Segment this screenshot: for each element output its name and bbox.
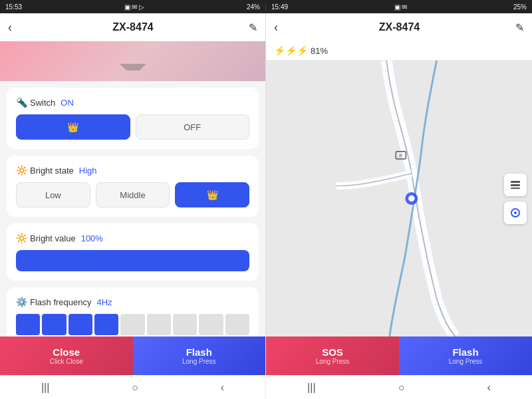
freq-bar-3[interactable] (68, 314, 92, 335)
flash-freq-icon: ⚙️ (16, 297, 27, 307)
left-signal: 24% (247, 3, 260, 11)
right-status-bar: 15:49 ▣ ✉ 25% (266, 3, 532, 11)
left-title: ZX-8474 (17, 21, 249, 33)
right-map-area: P (266, 61, 532, 336)
freq-bar-9[interactable] (225, 314, 249, 335)
switch-icon: 🔦 (16, 97, 27, 108)
svg-text:P: P (399, 153, 402, 159)
close-sub: Click Close (50, 358, 83, 365)
freq-bar-1[interactable] (16, 314, 40, 335)
right-back-button[interactable]: ‹ (274, 21, 278, 35)
map-layers-button[interactable] (504, 174, 527, 196)
flash-right-button[interactable]: Flash Long Press (399, 336, 532, 375)
sos-button[interactable]: SOS Long Press (266, 336, 399, 375)
control-panel: 🔦 Switch ON 👑 OFF 🔆 Bright state High (0, 81, 265, 336)
high-crown-icon: 👑 (207, 190, 218, 200)
left-back-nav-button[interactable]: ‹ (213, 379, 232, 396)
bright-state-card: 🔆 Bright state High Low Middle 👑 (7, 156, 259, 217)
svg-point-2 (408, 196, 414, 201)
switch-on-button[interactable]: 👑 (16, 114, 130, 140)
switch-card: 🔦 Switch ON 👑 OFF (7, 88, 259, 149)
freq-bar-6[interactable] (147, 314, 171, 335)
map-controls (504, 174, 527, 224)
left-nav: ||| ○ ‹ (0, 376, 266, 399)
right-icons: ▣ ✉ (394, 3, 408, 11)
flash-right-label: Flash (452, 346, 478, 358)
flash-freq-label: ⚙️ Flash frequency 4Hz (16, 297, 249, 307)
flash-left-label: Flash (186, 346, 212, 358)
lightning-icons: ⚡⚡⚡ (274, 45, 308, 56)
right-edit-icon[interactable]: ✎ (515, 21, 524, 34)
map-location-button[interactable] (504, 201, 527, 224)
freq-bar-5[interactable] (120, 314, 144, 335)
flash-left-button[interactable]: Flash Long Press (133, 336, 266, 375)
on-crown-icon: 👑 (67, 122, 78, 132)
bright-value-slider[interactable] (16, 250, 249, 271)
freq-bar-4[interactable] (94, 314, 118, 335)
right-title: ZX-8474 (283, 21, 515, 33)
left-menu-button[interactable]: ||| (33, 379, 57, 396)
battery-row: ⚡⚡⚡ 81% (266, 41, 532, 61)
bright-value-icon: 🔆 (16, 233, 27, 243)
left-home-button[interactable]: ○ (124, 379, 146, 396)
svg-point-9 (514, 211, 517, 214)
battery-percent: 81% (311, 46, 328, 56)
right-time: 15:49 (271, 3, 288, 11)
left-icons: ▣ ✉ ▷ (124, 3, 145, 11)
right-signal: 25% (513, 3, 527, 11)
svg-rect-5 (511, 181, 520, 183)
bright-state-icon: 🔆 (16, 165, 27, 176)
freq-slider[interactable] (16, 314, 249, 335)
switch-label: 🔦 Switch ON (16, 97, 249, 108)
sos-sub: Long Press (316, 358, 350, 365)
map-roads: P (266, 61, 532, 336)
flash-left-sub: Long Press (182, 358, 216, 365)
right-menu-button[interactable]: ||| (299, 379, 323, 396)
freq-bar-8[interactable] (199, 314, 223, 335)
switch-btn-row: 👑 OFF (16, 114, 249, 140)
bright-middle-button[interactable]: Middle (96, 182, 170, 207)
close-button[interactable]: Close Click Close (0, 336, 133, 375)
switch-off-button[interactable]: OFF (136, 114, 250, 140)
flash-right-sub: Long Press (449, 358, 483, 365)
left-time: 15:53 (5, 3, 22, 11)
right-bottom-actions: SOS Long Press Flash Long Press (266, 336, 532, 375)
left-panel: ‹ ZX-8474 ✎ 🔦 Switch ON 👑 OFF (0, 13, 266, 375)
bright-value-label: 🔆 Bright value 100% (16, 233, 249, 243)
svg-rect-7 (511, 188, 520, 189)
bright-low-button[interactable]: Low (16, 182, 90, 207)
svg-rect-6 (511, 184, 520, 186)
bright-state-label: 🔆 Bright state High (16, 165, 249, 176)
nav-bar: ||| ○ ‹ ||| ○ ‹ (0, 375, 532, 399)
location-icon (509, 207, 521, 219)
freq-bar-7[interactable] (173, 314, 197, 335)
left-map-preview (0, 41, 265, 81)
right-back-nav-button[interactable]: ‹ (479, 379, 499, 396)
bright-high-button[interactable]: 👑 (175, 182, 249, 207)
right-header: ‹ ZX-8474 ✎ (266, 13, 532, 41)
freq-bar-2[interactable] (42, 314, 66, 335)
bright-value-card: 🔆 Bright value 100% (7, 223, 259, 281)
left-back-button[interactable]: ‹ (8, 21, 12, 35)
flash-freq-card: ⚙️ Flash frequency 4Hz (7, 287, 259, 336)
left-bottom-actions: Close Click Close Flash Long Press (0, 336, 265, 375)
left-header: ‹ ZX-8474 ✎ (0, 13, 265, 41)
left-status-bar: 15:53 ▣ ✉ ▷ 24% (0, 3, 266, 11)
right-home-button[interactable]: ○ (390, 379, 413, 396)
sos-label: SOS (322, 346, 343, 358)
left-edit-icon[interactable]: ✎ (249, 21, 257, 34)
close-label: Close (53, 346, 80, 358)
right-nav: ||| ○ ‹ (266, 376, 532, 399)
layers-icon (509, 179, 521, 191)
right-panel: ‹ ZX-8474 ✎ ⚡⚡⚡ 81% (266, 13, 532, 375)
bright-state-btn-row: Low Middle 👑 (16, 182, 249, 207)
